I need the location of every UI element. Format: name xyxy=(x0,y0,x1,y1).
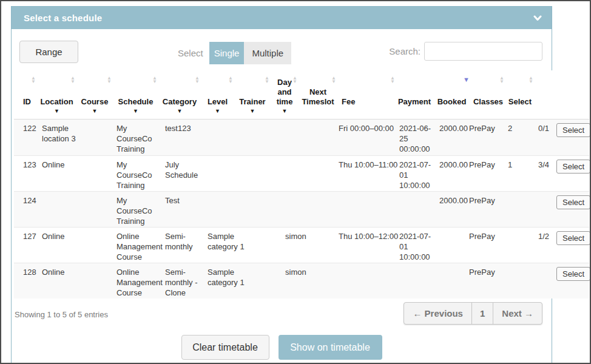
cell-category: Sample category 1 xyxy=(204,263,246,298)
cell-schedule: Semi-monthly - Clone xyxy=(161,263,204,298)
clear-timetable-button[interactable]: Clear timetable xyxy=(181,335,269,360)
filter-dropdown-icon[interactable]: ▼ xyxy=(113,107,158,115)
cell-trainer: simon xyxy=(282,227,335,263)
schedule-table: ▲▼ ID ▲▼ Location ▼ ▲▼ Course ▼ xyxy=(14,70,589,298)
search-group: Search: xyxy=(389,42,542,61)
sort-descending-icon[interactable]: ▼ xyxy=(463,76,470,83)
filter-dropdown-icon[interactable]: ▼ xyxy=(235,107,270,115)
sort-icon[interactable]: ▲▼ xyxy=(390,76,395,84)
cell-fee xyxy=(436,263,465,298)
column-header-booked[interactable]: ▼ Booked xyxy=(433,70,471,119)
column-header-trainer[interactable]: ▲▼ Trainer ▼ xyxy=(234,70,271,119)
column-header-classes[interactable]: ▲▼ Classes xyxy=(471,70,505,119)
sort-icon[interactable]: ▲▼ xyxy=(70,76,75,84)
range-button[interactable]: Range xyxy=(19,41,78,63)
cell-day-and-time: Fri 00:00–00:00 xyxy=(335,120,396,155)
cell-booked xyxy=(504,227,535,263)
filter-dropdown-icon[interactable]: ▼ xyxy=(201,107,234,115)
select-row-button[interactable]: Select xyxy=(556,231,590,245)
column-header-select[interactable]: ▲▼ Select xyxy=(505,70,535,119)
cell-fee: 2000.00 xyxy=(436,120,465,155)
cell-trainer: simon xyxy=(282,263,335,298)
column-header-day-and-time[interactable]: ▲▼ Day and time ▼ xyxy=(271,70,299,119)
multiple-mode-button[interactable]: Multiple xyxy=(244,42,291,64)
show-on-timetable-button[interactable]: Show on timetable xyxy=(279,335,382,360)
filter-dropdown-icon[interactable]: ▼ xyxy=(38,107,76,115)
cell-classes xyxy=(535,263,553,298)
pagination: ← Previous 1 Next → xyxy=(404,302,542,325)
single-mode-button[interactable]: Single xyxy=(209,42,245,64)
sort-icon[interactable]: ▲▼ xyxy=(331,76,336,84)
cell-id: 122 xyxy=(14,120,38,155)
cell-trainer xyxy=(282,155,335,191)
select-row-button[interactable]: Select xyxy=(556,195,590,209)
cell-trainer xyxy=(282,191,335,227)
cell-location xyxy=(38,191,113,227)
cell-day-and-time xyxy=(335,191,396,227)
cell-select: Select xyxy=(553,191,589,227)
cell-payment: PrePay xyxy=(465,263,504,298)
cell-booked: 1 xyxy=(504,155,535,191)
cell-location: Sample location 3 xyxy=(38,120,113,155)
cell-classes: 0/1 xyxy=(535,120,553,155)
cell-classes xyxy=(535,191,553,227)
sort-icon[interactable]: ▲▼ xyxy=(265,76,269,84)
sort-icon[interactable]: ▲▼ xyxy=(292,76,297,84)
sort-icon[interactable]: ▲▼ xyxy=(529,76,533,84)
cell-payment: PrePay xyxy=(465,191,504,227)
sort-icon[interactable]: ▲▼ xyxy=(499,76,504,84)
cell-id: 123 xyxy=(14,155,38,191)
column-header-id[interactable]: ▲▼ ID xyxy=(14,70,37,119)
cell-level xyxy=(246,155,282,191)
sort-icon[interactable]: ▲▼ xyxy=(152,76,157,84)
select-mode-group: Select Single Multiple xyxy=(178,42,291,64)
cell-schedule: test123 xyxy=(161,120,204,155)
column-header-schedule[interactable]: ▲▼ Schedule ▼ xyxy=(113,70,158,119)
table-header: ▲▼ ID ▲▼ Location ▼ ▲▼ Course ▼ xyxy=(14,70,589,120)
next-page-button[interactable]: Next → xyxy=(493,303,542,324)
cell-schedule: July Schedule xyxy=(161,155,204,191)
column-header-location[interactable]: ▲▼ Location ▼ xyxy=(37,70,76,119)
cell-day-and-time: Thu 10:00–11:00 xyxy=(335,155,396,191)
column-header-category[interactable]: ▲▼ Category ▼ xyxy=(158,70,201,119)
cell-next-timeslot: 2021-07-01 10:00:00 xyxy=(396,227,436,263)
table-row: 122 Sample location 3 My CourseCo Traini… xyxy=(14,120,589,155)
search-label: Search: xyxy=(389,46,420,56)
sort-icon[interactable]: ▲▼ xyxy=(107,76,112,84)
cell-location: Online xyxy=(38,155,113,191)
sort-icon[interactable]: ▲▼ xyxy=(195,76,200,84)
panel-header-toggle[interactable]: Select a schedule xyxy=(12,7,552,29)
search-input[interactable] xyxy=(424,42,542,61)
filter-dropdown-icon[interactable]: ▼ xyxy=(159,107,200,115)
cell-id: 128 xyxy=(14,263,38,298)
page-number-button[interactable]: 1 xyxy=(471,303,493,324)
cell-trainer xyxy=(282,120,335,155)
filter-dropdown-icon[interactable]: ▼ xyxy=(77,107,112,115)
previous-page-button[interactable]: ← Previous xyxy=(404,303,471,324)
cell-category: Sample category 1 xyxy=(204,227,246,263)
cell-booked xyxy=(504,191,535,227)
column-header-course[interactable]: ▲▼ Course ▼ xyxy=(76,70,113,119)
cell-level xyxy=(246,227,282,263)
select-row-button[interactable]: Select xyxy=(556,123,590,137)
panel-title: Select a schedule xyxy=(24,13,102,23)
select-row-button[interactable]: Select xyxy=(556,160,590,174)
cell-select: Select xyxy=(553,227,589,263)
cell-id: 127 xyxy=(14,227,38,263)
cell-select: Select xyxy=(553,120,589,155)
cell-booked xyxy=(504,263,535,298)
cell-fee: 2000.00 xyxy=(436,191,465,227)
sort-icon[interactable]: ▲▼ xyxy=(31,76,36,84)
cell-category xyxy=(204,155,246,191)
column-header-level[interactable]: ▲▼ Level ▼ xyxy=(201,70,234,119)
cell-id: 124 xyxy=(14,191,38,227)
column-header-fee[interactable]: ▲▼ Fee xyxy=(337,70,396,119)
select-row-button[interactable]: Select xyxy=(556,267,590,281)
cell-next-timeslot xyxy=(396,263,436,298)
sort-icon[interactable]: ▲▼ xyxy=(228,76,233,84)
cell-location: Online xyxy=(38,263,113,298)
column-header-next-timeslot[interactable]: ▲▼ Next Timeslot xyxy=(299,70,337,119)
chevron-down-icon[interactable] xyxy=(533,15,542,21)
filter-dropdown-icon[interactable]: ▼ xyxy=(271,107,298,115)
cell-course: Online Management Course xyxy=(113,227,161,263)
